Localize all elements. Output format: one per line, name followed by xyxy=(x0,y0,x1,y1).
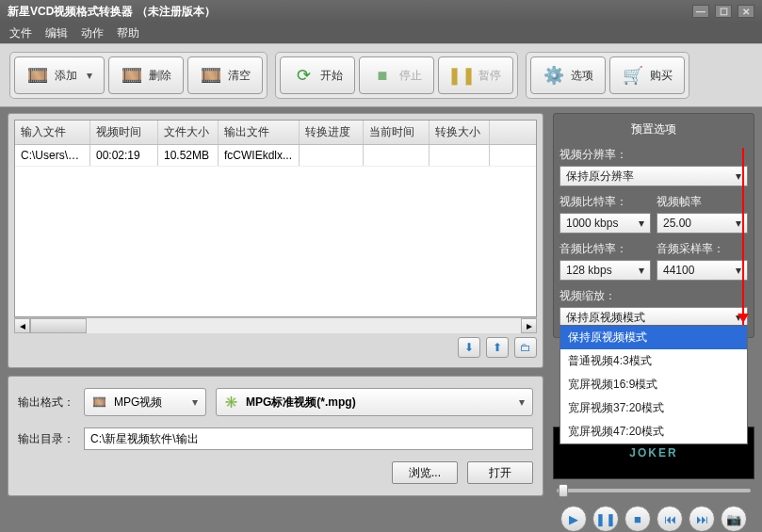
close-button[interactable]: ✕ xyxy=(738,5,754,18)
col-curtime[interactable]: 当前时间 xyxy=(364,121,430,144)
chevron-down-icon: ▾ xyxy=(192,395,198,409)
cart-icon: 🛒 xyxy=(622,64,644,87)
vbitrate-label: 视频比特率： xyxy=(559,194,651,210)
col-vtime[interactable]: 视频时间 xyxy=(90,121,158,144)
col-size[interactable]: 文件大小 xyxy=(158,121,219,144)
file-table: 输入文件 视频时间 文件大小 输出文件 转换进度 当前时间 转换大小 C:\Us… xyxy=(14,120,537,317)
scale-option[interactable]: 宽屏视频47:20模式 xyxy=(560,420,747,443)
abitrate-label: 音频比特率： xyxy=(559,241,651,257)
folder-button[interactable]: 🗀 xyxy=(514,337,537,358)
prev-button[interactable]: ⏮ xyxy=(657,506,683,532)
preset-title: 预置选项 xyxy=(559,120,748,143)
delete-button[interactable]: 🎞️删除 xyxy=(108,56,184,94)
output-type-combo[interactable]: 🎞️ MPG视频 ▾ xyxy=(84,388,206,416)
scale-option[interactable]: 保持原视频模式 xyxy=(560,326,747,349)
menu-help[interactable]: 帮助 xyxy=(117,25,139,41)
stop-icon: ■ xyxy=(371,64,394,87)
toolbar: 🎞️添加▾ 🎞️删除 🎞️清空 ⟳开始 ■停止 ❚❚暂停 ⚙️选项 🛒购买 xyxy=(0,43,762,107)
samplerate-label: 音频采样率： xyxy=(657,241,748,257)
add-button[interactable]: 🎞️添加▾ xyxy=(14,56,105,94)
maximize-button[interactable]: ☐ xyxy=(715,5,732,18)
pause-button[interactable]: ❚❚暂停 xyxy=(438,56,513,94)
menu-edit[interactable]: 编辑 xyxy=(45,25,68,41)
next-button[interactable]: ⏭ xyxy=(689,506,715,532)
add-icon: 🎞️ xyxy=(26,64,49,87)
output-dir-label: 输出目录： xyxy=(18,431,74,447)
buy-button[interactable]: 🛒购买 xyxy=(609,56,685,94)
seek-slider[interactable] xyxy=(553,485,754,496)
stop-preview-button[interactable]: ■ xyxy=(624,506,651,532)
col-input[interactable]: 输入文件 xyxy=(15,121,90,144)
snapshot-button[interactable]: 📷 xyxy=(721,506,747,532)
clear-icon: 🎞️ xyxy=(200,64,222,87)
play-button[interactable]: ▶ xyxy=(560,506,587,532)
col-output[interactable]: 输出文件 xyxy=(219,121,300,144)
fps-select[interactable]: 25.00▾ xyxy=(657,213,748,234)
samplerate-select[interactable]: 44100▾ xyxy=(657,260,748,281)
scale-option[interactable]: 宽屏视频37:20模式 xyxy=(560,396,747,420)
browse-button[interactable]: 浏览... xyxy=(392,461,458,484)
chevron-down-icon: ▾ xyxy=(519,395,525,409)
menu-action[interactable]: 动作 xyxy=(81,25,104,41)
open-button[interactable]: 打开 xyxy=(467,461,533,484)
annotation-arrow xyxy=(742,148,744,327)
abitrate-select[interactable]: 128 kbps▾ xyxy=(559,260,651,281)
clear-button[interactable]: 🎞️清空 xyxy=(187,56,263,94)
scroll-thumb[interactable] xyxy=(30,318,87,333)
scale-dropdown[interactable]: 保持原视频模式 普通视频4:3模式 宽屏视频16:9模式 宽屏视频37:20模式… xyxy=(559,325,748,444)
preset-panel: 预置选项 视频分辨率： 保持原分辨率▾ 视频比特率： 1000 kbps▾ 视频… xyxy=(553,113,754,338)
options-button[interactable]: ⚙️选项 xyxy=(530,56,606,94)
scale-option[interactable]: 宽屏视频16:9模式 xyxy=(560,373,747,396)
stop-button[interactable]: ■停止 xyxy=(359,56,434,94)
col-progress[interactable]: 转换进度 xyxy=(300,121,364,144)
scroll-left-icon[interactable]: ◂ xyxy=(14,318,30,333)
film-icon: 🎞️ xyxy=(92,395,106,409)
vbitrate-select[interactable]: 1000 kbps▾ xyxy=(559,213,651,234)
delete-icon: 🎞️ xyxy=(121,64,143,87)
start-icon: ⟳ xyxy=(292,64,315,87)
horizontal-scrollbar[interactable]: ◂ ▸ xyxy=(14,317,537,333)
resolution-select[interactable]: 保持原分辨率▾ xyxy=(559,166,748,186)
menu-file[interactable]: 文件 xyxy=(9,25,32,41)
minimize-button[interactable]: — xyxy=(692,5,709,18)
menubar: 文件 编辑 动作 帮助 xyxy=(0,23,762,43)
col-convsize[interactable]: 转换大小 xyxy=(430,121,490,144)
resolution-label: 视频分辨率： xyxy=(559,147,748,163)
scale-label: 视频缩放： xyxy=(559,288,748,304)
start-button[interactable]: ⟳开始 xyxy=(280,56,355,94)
output-preset-combo[interactable]: ✳️ MPG标准视频(*.mpg) ▾ xyxy=(216,388,533,416)
app-title: 新星VCD视频格式转换器 （未注册版本） xyxy=(8,4,216,20)
output-format-label: 输出格式： xyxy=(18,395,74,411)
pause-icon: ❚❚ xyxy=(450,64,473,87)
fps-label: 视频帧率 xyxy=(657,194,748,210)
move-up-button[interactable]: ⬆ xyxy=(486,337,509,358)
pause-preview-button[interactable]: ❚❚ xyxy=(592,506,619,532)
gear-icon: ⚙️ xyxy=(543,64,565,87)
preset-icon: ✳️ xyxy=(224,395,238,409)
scale-option[interactable]: 普通视频4:3模式 xyxy=(560,349,747,373)
table-row[interactable]: C:\Users\pc\... 00:02:19 10.52MB fcCWIEk… xyxy=(15,145,536,167)
scroll-right-icon[interactable]: ▸ xyxy=(521,318,537,333)
move-down-button[interactable]: ⬇ xyxy=(458,337,480,358)
output-dir-input[interactable] xyxy=(84,427,533,450)
